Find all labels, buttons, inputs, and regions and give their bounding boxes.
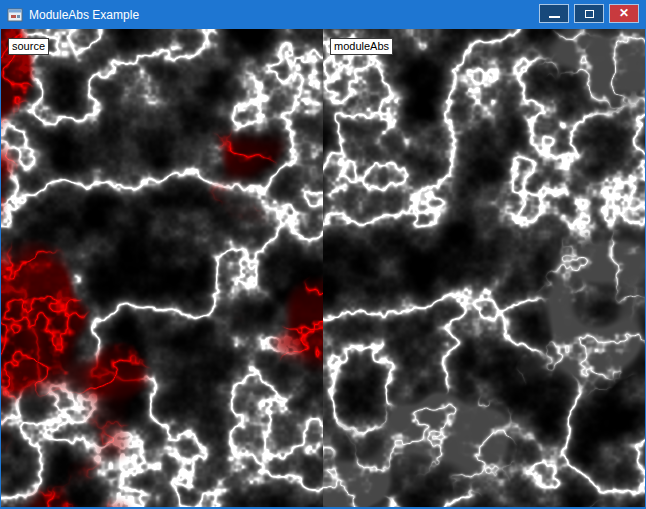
- minimize-button[interactable]: [539, 4, 569, 23]
- titlebar: ModuleAbs Example ✕: [1, 0, 645, 29]
- window-title: ModuleAbs Example: [29, 8, 139, 22]
- source-image: [1, 29, 323, 507]
- app-window: ModuleAbs Example ✕ source moduleAbs: [0, 0, 646, 509]
- panel-label-moduleabs: moduleAbs: [330, 38, 393, 55]
- close-icon: ✕: [619, 7, 629, 19]
- app-icon: [7, 7, 23, 23]
- moduleabs-image: [323, 29, 645, 507]
- maximize-button[interactable]: [574, 4, 604, 23]
- render-area: source moduleAbs: [1, 29, 645, 507]
- panel-label-source: source: [8, 38, 49, 55]
- close-button[interactable]: ✕: [609, 4, 639, 23]
- maximize-icon: [585, 10, 594, 18]
- minimize-icon: [549, 16, 560, 18]
